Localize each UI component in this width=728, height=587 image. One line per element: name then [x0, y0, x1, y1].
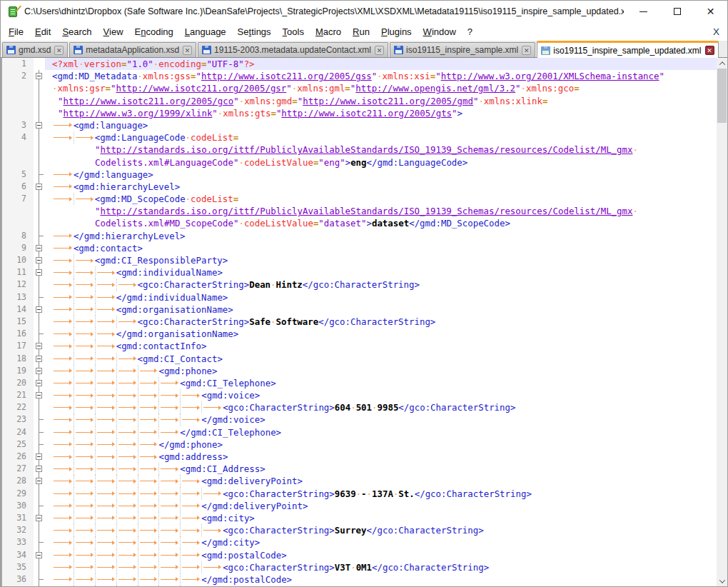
scrollbar-thumb[interactable] [717, 69, 727, 123]
tab-close-icon[interactable]: ✕ [705, 46, 714, 55]
menu-item-plugins[interactable]: Plugins [375, 24, 418, 40]
tab-iso19115_inspire_sample.xml[interactable]: iso19115_inspire_sample.xml✕ [390, 42, 535, 57]
tab-19115-2003.metadata.updateContact.xml[interactable]: 19115-2003.metadata.updateContact.xml✕ [198, 42, 388, 57]
code-token: </gco:CharacterString> [303, 279, 420, 291]
fold-toggle-icon[interactable] [34, 512, 45, 524]
code-token: · [186, 131, 191, 144]
tab-whitespace-arrow-icon [74, 377, 95, 389]
code-token: = [201, 58, 206, 70]
tab-whitespace-arrow-icon [95, 365, 116, 377]
fold-toggle-icon[interactable] [34, 254, 45, 266]
tab-iso19115_inspire_sample_updated.xml[interactable]: iso19115_inspire_sample_updated.xml✕ [537, 41, 718, 58]
fold-toggle-icon[interactable] [34, 340, 45, 352]
menu-item-search[interactable]: Search [56, 24, 97, 40]
code-text: <gmd:city> [45, 512, 717, 524]
fold-toggle-icon[interactable] [34, 451, 45, 463]
code-line: 23</gmd:voice> [2, 413, 717, 426]
code-text: "http://www.isotc211.org/2005/gco"·xmlns… [45, 95, 717, 107]
fold-margin [34, 573, 45, 586]
scroll-up-button[interactable] [717, 58, 727, 69]
code-token: " [298, 95, 303, 107]
tab-gmd.xsd[interactable]: gmd.xsd✕ [2, 42, 68, 57]
minimize-button[interactable] [627, 1, 660, 22]
code-text: <gco:CharacterString>604·501·9985</gco:C… [45, 401, 717, 413]
fold-margin [34, 316, 45, 328]
menu-item-macro[interactable]: Macro [310, 24, 347, 40]
fold-toggle-icon[interactable] [34, 549, 45, 561]
fold-toggle-icon[interactable] [34, 475, 45, 487]
code-token: Dean [249, 279, 271, 291]
tab-whitespace-arrow-icon [52, 340, 74, 352]
fold-toggle-icon[interactable] [34, 586, 45, 586]
code-token: </gmd:phone> [158, 438, 223, 451]
fold-margin [34, 488, 45, 500]
fold-toggle-icon[interactable] [34, 70, 45, 82]
menu-item-encoding[interactable]: Encoding [129, 24, 179, 40]
code-token: 0M1 [356, 561, 372, 573]
code-text: <gmd:CI_Telephone> [45, 377, 717, 389]
fold-toggle-icon[interactable] [34, 119, 45, 131]
code-text: <?xml·version="1.0"·encoding="UTF-8"?> [45, 58, 717, 70]
line-number: 17 [2, 340, 34, 352]
code-area[interactable]: 1<?xml·version="1.0"·encoding="UTF-8"?>2… [2, 58, 717, 586]
fold-toggle-icon[interactable] [34, 303, 45, 316]
fold-toggle-icon[interactable] [34, 266, 45, 279]
minimize-icon [639, 11, 647, 12]
code-text: <gmd:contact> [45, 242, 717, 254]
code-token: = [271, 107, 275, 119]
code-line: 35<gco:CharacterString>V3T·0M1</gco:Char… [2, 561, 717, 573]
fold-toggle-icon[interactable] [34, 181, 45, 193]
code-token: <gmd:contact> [74, 242, 143, 254]
fold-toggle-icon[interactable] [34, 377, 45, 389]
fold-toggle-icon[interactable] [34, 242, 45, 254]
tab-close-icon[interactable]: ✕ [375, 46, 384, 55]
menubar-close-document-button[interactable]: X [713, 26, 719, 37]
code-token: <gmd:deliveryPoint> [201, 475, 303, 487]
fold-toggle-icon[interactable] [34, 389, 45, 401]
code-line: 31<gmd:city> [2, 512, 717, 524]
code-token: Codelists.xml#MD_ScopeCode" [95, 217, 238, 229]
tab-whitespace-arrow-icon [74, 524, 95, 536]
vertical-scrollbar[interactable] [717, 58, 727, 586]
fold-toggle-icon[interactable] [34, 353, 45, 365]
line-number: 37 [2, 586, 34, 586]
tab-label: 19115-2003.metadata.updateContact.xml [214, 45, 371, 55]
tab-whitespace-arrow-icon [116, 561, 138, 573]
tab-whitespace-arrow-icon [116, 401, 138, 413]
code-token: = [345, 82, 350, 94]
menu-item-file[interactable]: File [3, 24, 29, 40]
tab-close-icon[interactable]: ✕ [183, 46, 192, 55]
fold-toggle-icon[interactable] [34, 365, 45, 377]
tab-whitespace-arrow-icon [180, 512, 201, 524]
fold-toggle-icon[interactable] [34, 463, 45, 475]
fold-margin [34, 169, 45, 181]
code-token: codeList [191, 193, 233, 205]
code-token: V3T [335, 561, 350, 573]
line-number: 19 [2, 365, 34, 377]
code-token: http://www.isotc211.org/2005/gss [201, 70, 372, 82]
menu-item-settings[interactable]: Settings [232, 24, 277, 40]
code-token: · [632, 144, 637, 156]
code-text: </gmd:individualName> [45, 291, 717, 303]
tab-whitespace-arrow-icon [74, 266, 95, 279]
code-text: <gmd:MD_Metadata·xmlns:gss="http://www.i… [45, 70, 717, 82]
code-token: </gmd:CI_Telephone> [180, 426, 281, 438]
code-line: 3<gmd:language> [2, 119, 717, 131]
menu-item-edit[interactable]: Edit [29, 24, 56, 40]
tab-metadataApplication.xsd[interactable]: metadataApplication.xsd✕ [69, 42, 196, 57]
maximize-button[interactable] [660, 1, 694, 22]
code-token: > [345, 156, 350, 169]
scroll-down-button[interactable] [717, 576, 727, 586]
menu-item-language[interactable]: Language [179, 24, 232, 40]
menu-item-run[interactable]: Run [347, 24, 375, 40]
tab-close-icon[interactable]: ✕ [522, 46, 531, 55]
menu-item-window[interactable]: Window [418, 24, 462, 40]
code-text: <gmd:CI_Address> [45, 463, 717, 475]
menu-item-view[interactable]: View [98, 24, 129, 40]
close-button[interactable]: ✕ [694, 1, 727, 22]
menu-item-tools[interactable]: Tools [277, 24, 310, 40]
tab-whitespace-arrow-icon [95, 389, 116, 401]
code-token: http://www.w3.org/1999/xlink [63, 107, 212, 119]
menu-item-[interactable]: ? [462, 24, 478, 40]
tab-close-icon[interactable]: ✕ [54, 46, 64, 55]
